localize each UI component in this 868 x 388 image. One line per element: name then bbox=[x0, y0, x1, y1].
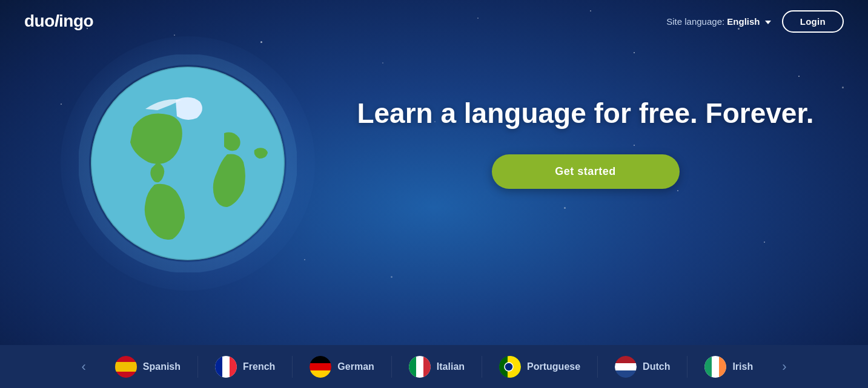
site-language-value: English bbox=[727, 16, 760, 27]
flag-portuguese bbox=[499, 356, 521, 378]
hero-content: Learn a language for free. Forever. Get … bbox=[351, 97, 820, 189]
svg-rect-17 bbox=[215, 356, 222, 378]
login-button[interactable]: Login bbox=[782, 10, 844, 33]
flag-italian bbox=[409, 356, 431, 378]
globe-illustration bbox=[79, 54, 297, 272]
svg-rect-14 bbox=[115, 362, 137, 372]
flag-french bbox=[215, 356, 237, 378]
svg-rect-18 bbox=[230, 356, 237, 378]
language-name-irish: Irish bbox=[732, 361, 753, 372]
header-right: Site language: English Login bbox=[666, 10, 844, 33]
language-name-italian: Italian bbox=[437, 361, 465, 372]
chevron-down-icon[interactable] bbox=[765, 21, 771, 24]
logo: duolingo bbox=[24, 12, 93, 31]
svg-rect-26 bbox=[423, 356, 431, 378]
language-item-german[interactable]: German bbox=[293, 356, 391, 378]
language-name-dutch: Dutch bbox=[643, 361, 670, 372]
svg-rect-34 bbox=[615, 363, 637, 370]
language-item-spanish[interactable]: Spanish bbox=[98, 356, 198, 378]
svg-rect-38 bbox=[704, 356, 712, 378]
svg-rect-35 bbox=[615, 370, 637, 378]
svg-point-31 bbox=[505, 363, 513, 371]
hero-background: Learn a language for free. Forever. Get … bbox=[0, 0, 868, 345]
flag-irish bbox=[704, 356, 726, 378]
language-name-portuguese: Portuguese bbox=[527, 361, 580, 372]
language-item-italian[interactable]: Italian bbox=[392, 356, 482, 378]
svg-rect-39 bbox=[719, 356, 726, 378]
language-bar: ‹ Spanish French German Italian Portugue… bbox=[0, 345, 868, 388]
svg-rect-20 bbox=[310, 356, 331, 363]
svg-rect-22 bbox=[310, 370, 331, 378]
svg-rect-25 bbox=[409, 356, 416, 378]
flag-german bbox=[310, 356, 331, 378]
language-item-dutch[interactable]: Dutch bbox=[598, 356, 687, 378]
logo-text: duolingo bbox=[24, 12, 93, 30]
next-language-button[interactable]: › bbox=[770, 360, 798, 373]
language-name-german: German bbox=[337, 361, 374, 372]
flag-spanish bbox=[115, 356, 137, 378]
header: duolingo Site language: English Login bbox=[0, 0, 868, 42]
site-language-label: Site language: English bbox=[666, 16, 770, 27]
language-item-irish[interactable]: Irish bbox=[687, 356, 770, 378]
language-name-spanish: Spanish bbox=[143, 361, 181, 372]
language-item-portuguese[interactable]: Portuguese bbox=[482, 356, 598, 378]
language-name-french: French bbox=[243, 361, 275, 372]
get-started-button[interactable]: Get started bbox=[492, 154, 680, 189]
globe-glow bbox=[61, 36, 315, 291]
prev-language-button[interactable]: ‹ bbox=[69, 360, 98, 373]
svg-rect-21 bbox=[310, 363, 331, 370]
hero-title: Learn a language for free. Forever. bbox=[351, 97, 820, 130]
language-item-french[interactable]: French bbox=[198, 356, 293, 378]
flag-dutch bbox=[615, 356, 637, 378]
svg-rect-33 bbox=[615, 356, 637, 363]
